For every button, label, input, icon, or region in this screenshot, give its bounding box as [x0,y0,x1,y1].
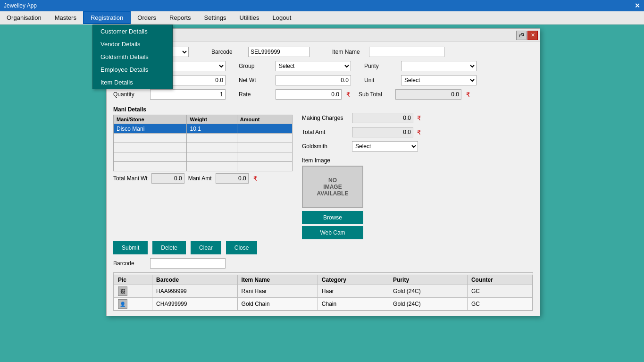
menu-logout[interactable]: Logout [266,11,298,24]
dropdown-goldsmith-details[interactable]: Goldsmith Details [93,51,172,63]
submit-button[interactable]: Submit [113,241,148,254]
col-counter: Counter [467,275,532,285]
total-amt-row: Total Amt ₹ [302,127,421,137]
mani-section: Mani Details Mani/Stone Weight Amount Di… [113,106,293,185]
goldsmith-label: Goldsmith [302,143,349,150]
row1-barcode: HAA999999 [152,285,238,298]
bottom-barcode-label: Barcode [113,260,146,267]
registration-dropdown: Customer Details Vendor Details Goldsmit… [92,25,173,89]
total-mani-wt-label: Total Mani Wt [113,175,148,182]
mani-amount-cell [237,124,292,134]
row-counter: Counter Select Group Select Purity [113,61,533,71]
item-name-label: Item Name [332,49,365,55]
row1-pic: 🖼 [114,285,152,298]
title-bar-close[interactable]: ✕ [635,2,640,9]
row1-counter: GC [467,285,532,298]
window-restore-button[interactable]: 🗗 [516,31,527,40]
goldsmith-select[interactable]: Select [352,141,418,152]
menu-settings[interactable]: Settings [198,11,233,24]
barcode-input[interactable] [248,47,309,57]
no-image-line2: IMAGE [323,184,342,190]
table-row[interactable] [114,152,293,162]
table-row[interactable]: 🖼 HAA999999 Rani Haar Haar Gold (24C) GC [114,285,533,298]
action-buttons-row: Submit Delete Clear Close [113,241,533,254]
rate-label: Rate [239,91,272,98]
making-charges-label: Making Charges [302,115,349,121]
dropdown-item-details[interactable]: Item Details [93,76,172,89]
making-charges-row: Making Charges ₹ [302,113,421,123]
clear-button[interactable]: Clear [191,241,221,254]
rate-rupee-icon: ₹ [346,91,350,98]
right-section: Making Charges ₹ Total Amt ₹ Goldsmith S… [302,113,421,239]
quantity-input[interactable] [150,89,226,100]
no-image-line1: NO [328,177,337,184]
subtotal-rupee-icon: ₹ [466,91,470,98]
dropdown-customer-details[interactable]: Customer Details [93,25,172,38]
menu-masters[interactable]: Masters [48,11,83,24]
total-amt-input [352,127,413,137]
row2-pic: 👤 [114,298,152,311]
row2-item-name: Gold Chain [237,298,318,311]
col-item-name: Item Name [237,275,318,285]
menu-utilities[interactable]: Utilities [233,11,266,24]
mani-col-amount: Amount [237,115,292,124]
item-name-input[interactable] [369,47,444,57]
menu-reports[interactable]: Reports [163,11,198,24]
table-row[interactable]: 👤 CHA999999 Gold Chain Chain Gold (24C) … [114,298,533,311]
menu-bar: Organisation Masters Registration Orders… [0,11,644,25]
title-bar: Jewelley App ✕ [0,0,644,11]
browse-button[interactable]: Browse [302,211,363,224]
row2-barcode: CHA999999 [152,298,238,311]
item-image-box: NO IMAGE AVAILABLE [302,166,363,208]
item-image-section: Item Image NO IMAGE AVAILABLE Browse Web… [302,157,421,239]
table-row[interactable] [114,143,293,152]
mani-title: Mani Details [113,106,293,113]
rate-input[interactable] [276,89,342,100]
mani-section-wrapper: Mani Details Mani/Stone Weight Amount Di… [113,103,533,239]
making-charges-input [352,113,413,123]
webcam-button[interactable]: Web Cam [302,226,363,239]
dropdown-employee-details[interactable]: Employee Details [93,63,172,76]
menu-registration[interactable]: Registration [83,11,131,24]
row-barcode: Select Barcode Item Name [113,47,533,57]
delete-button[interactable]: Delete [152,241,186,254]
group-select[interactable]: Select [276,61,351,71]
row1-item-name: Rani Haar [237,285,318,298]
goldsmith-row: Goldsmith Select [302,141,421,152]
item-image-label: Item Image [302,157,421,164]
unit-select[interactable]: Select [401,75,477,85]
row-quantity: Quantity Rate ₹ Sub Total ₹ [113,89,533,100]
data-table: Pic Barcode Item Name Category Purity Co… [114,275,533,311]
mani-stone-cell: Disco Mani [114,124,187,134]
no-image-line3: AVAILABLE [317,190,349,197]
table-row[interactable] [114,162,293,171]
menu-organisation[interactable]: Organisation [0,11,48,24]
close-button[interactable]: Close [226,241,258,254]
purity-select[interactable] [401,61,477,71]
row2-purity: Gold (24C) [389,298,468,311]
col-pic: Pic [114,275,152,285]
group-label: Group [239,63,272,69]
window-close-button[interactable]: ✕ [527,31,538,40]
total-mani-wt-input [151,173,184,184]
dropdown-vendor-details[interactable]: Vendor Details [93,38,172,51]
total-amt-rupee-icon: ₹ [417,129,421,136]
mani-amt-input [216,173,249,184]
bottom-barcode-input[interactable] [150,258,226,269]
pic-icon: 👤 [118,299,127,309]
pic-icon: 🖼 [118,286,127,296]
mani-col-weight: Weight [187,115,237,124]
total-mani-row: Total Mani Wt Mani Amt ₹ [113,173,293,184]
table-row[interactable]: Disco Mani 10.1 [114,124,293,134]
app-title: Jewelley App [4,2,37,9]
mani-amt-label: Mani Amt [188,175,212,182]
net-wt-label: Net Wt [239,77,272,84]
row1-purity: Gold (24C) [389,285,468,298]
menu-orders[interactable]: Orders [131,11,163,24]
table-row[interactable] [114,134,293,143]
net-wt-input[interactable] [276,75,351,85]
mani-table: Mani/Stone Weight Amount Disco Mani 10.1 [113,115,293,171]
row2-counter: GC [467,298,532,311]
bottom-barcode-row: Barcode [113,258,533,269]
unit-label: Unit [364,77,397,84]
